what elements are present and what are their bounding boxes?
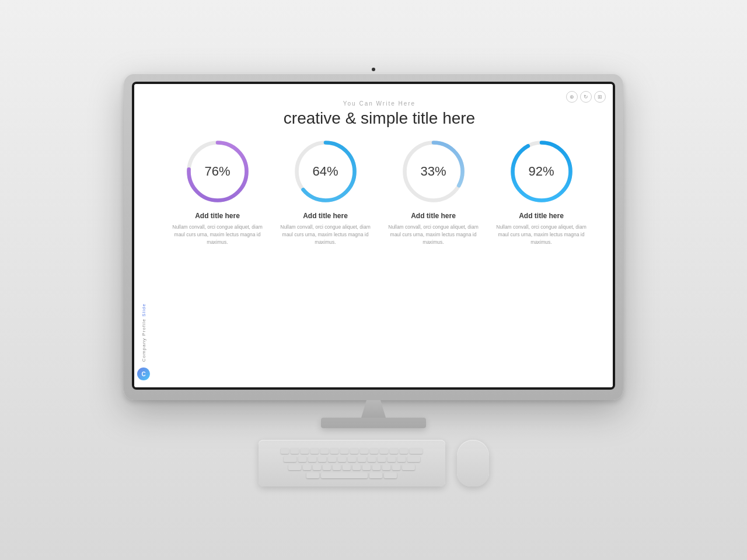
key [390,448,398,454]
slide-header: You Can Write Here creative & simple tit… [284,100,475,128]
chart-item-1: 76% Add title here Nullam convall, orci … [169,139,266,246]
key [397,456,406,462]
key [378,456,386,462]
key [369,473,382,478]
chart-title-4: Add title here [519,212,564,220]
grid-icon[interactable]: ⊞ [594,91,606,103]
monitor-outer: ⊕ ↻ ⊞ Company Profile Slide C [124,74,623,400]
key [303,464,311,470]
key [288,464,301,470]
key [360,448,368,454]
donut-container-1: 76% [186,139,250,204]
key [410,448,423,454]
key [313,464,321,470]
key [372,464,381,470]
key [350,448,358,454]
key [301,448,309,454]
keyboard-row-2 [284,456,420,462]
key [338,456,346,462]
key [308,456,316,462]
key [407,456,420,462]
key [343,464,351,470]
top-icons: ⊕ ↻ ⊞ [566,91,606,103]
key [284,456,296,462]
key [362,464,371,470]
key [328,456,336,462]
scene: ⊕ ↻ ⊞ Company Profile Slide C [0,0,747,560]
key [368,456,376,462]
donut-label-2: 64% [312,164,338,179]
donut-container-2: 64% [294,139,358,204]
screen: ⊕ ↻ ⊞ Company Profile Slide C [134,84,613,387]
monitor-bezel: ⊕ ↻ ⊞ Company Profile Slide C [132,82,615,390]
key [384,473,397,478]
monitor-wrapper: ⊕ ↻ ⊞ Company Profile Slide C [124,74,623,487]
key [392,464,400,470]
key [358,456,366,462]
key [352,464,361,470]
key [348,456,356,462]
keyboard-row-3 [288,464,415,470]
spacebar-key [321,473,368,478]
stand-base [321,418,426,428]
key [333,464,341,470]
chart-title-2: Add title here [303,212,348,220]
donut-container-4: 92% [509,139,574,204]
key [320,448,329,454]
chart-desc-3: Nullam convall, orci congue aliquet, dia… [385,223,481,246]
sidebar-avatar[interactable]: C [137,368,150,380]
sidebar-highlight: Slide [141,303,146,317]
key [323,464,331,470]
monitor-stand [321,400,426,428]
donut-label-3: 33% [420,164,446,179]
key [382,464,390,470]
key [281,448,289,454]
camera-dot [372,68,375,71]
key [388,456,396,462]
chart-item-2: 64% Add title here Nullam convall, orci … [277,139,374,246]
charts-row: 76% Add title here Nullam convall, orci … [169,139,589,376]
slide-title: creative & simple title here [284,109,475,128]
chart-desc-2: Nullam convall, orci congue aliquet, dia… [277,223,374,246]
left-sidebar: Company Profile Slide C [134,84,153,387]
donut-container-3: 33% [402,139,466,204]
mouse [457,440,489,487]
chart-title-3: Add title here [411,212,456,220]
key [298,456,306,462]
key [318,456,326,462]
chart-title-1: Add title here [195,212,240,220]
slide-content: ⊕ ↻ ⊞ Company Profile Slide C [134,84,613,387]
chart-desc-1: Nullam convall, orci congue aliquet, dia… [169,223,266,246]
keyboard [259,440,445,487]
donut-label-1: 76% [204,164,230,179]
key [380,448,388,454]
key [370,448,378,454]
key [402,464,415,470]
chart-desc-4: Nullam convall, orci congue aliquet, dia… [493,223,589,246]
share-whatsapp-icon[interactable]: ⊕ [566,91,578,103]
key [291,448,299,454]
slide-subtitle: You Can Write Here [284,100,475,107]
donut-label-4: 92% [528,164,554,179]
sidebar-initial: C [141,371,145,377]
peripherals [259,440,489,487]
key [310,448,319,454]
keyboard-row-1 [281,448,423,454]
chart-item-4: 92% Add title here Nullam convall, orci … [493,139,589,246]
chart-item-3: 33% Add title here Nullam convall, orci … [385,139,481,246]
stand-neck [356,400,391,418]
key [330,448,338,454]
key [340,448,348,454]
key [400,448,408,454]
key [306,473,319,478]
sidebar-label: Company Profile Slide [141,303,146,362]
refresh-icon[interactable]: ↻ [580,91,592,103]
keyboard-row-4 [306,473,397,478]
